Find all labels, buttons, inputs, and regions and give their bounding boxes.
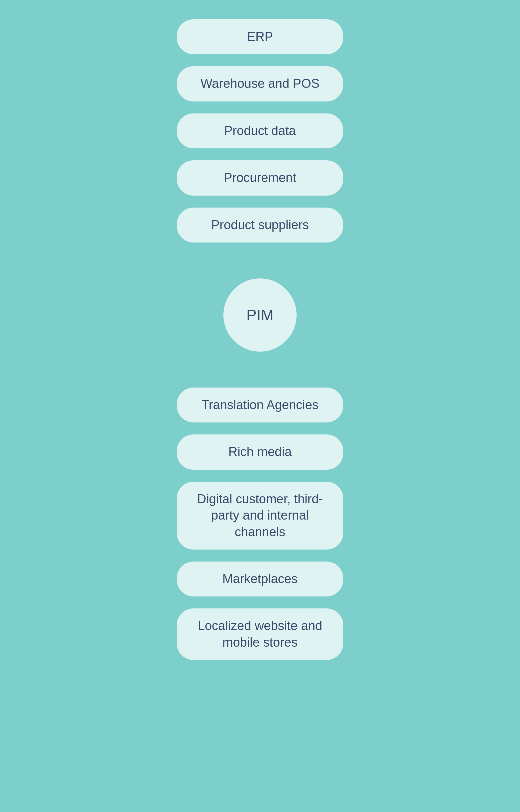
box-warehouse-pos: Warehouse and POS — [177, 66, 343, 101]
box-marketplaces: Marketplaces — [177, 561, 343, 596]
pim-circle: PIM — [224, 278, 296, 352]
box-product-data: Product data — [177, 113, 343, 148]
connector-above — [260, 249, 260, 275]
box-translation-agencies: Translation Agencies — [177, 388, 343, 422]
connector-below — [260, 355, 260, 382]
box-erp: ERP — [177, 19, 343, 54]
diagram-container: ERP Warehouse and POS Product data Procu… — [0, 13, 520, 666]
box-product-suppliers: Product suppliers — [177, 207, 343, 243]
box-rich-media: Rich media — [177, 435, 343, 469]
box-procurement: Procurement — [177, 160, 343, 195]
box-digital-customer: Digital customer, third-party and intern… — [177, 482, 343, 550]
box-localized-website: Localized website and mobile stores — [177, 609, 343, 660]
